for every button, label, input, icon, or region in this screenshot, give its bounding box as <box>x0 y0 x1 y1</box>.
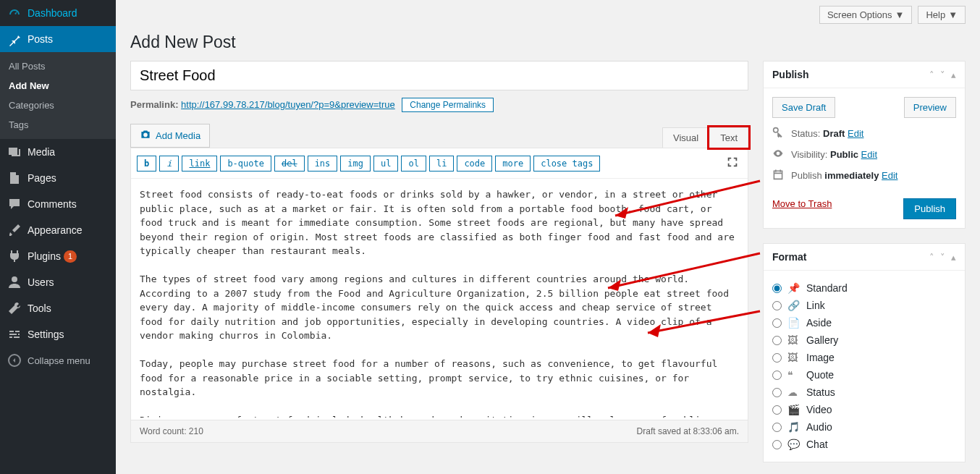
format-label: Link <box>806 300 825 311</box>
visibility-label: Visibility: <box>791 149 827 160</box>
submenu-tags[interactable]: Tags <box>0 115 116 135</box>
format-radio[interactable] <box>772 388 782 397</box>
format-gallery[interactable]: 🖼Gallery <box>772 331 956 349</box>
publish-date-label: Publish <box>791 170 822 181</box>
key-icon <box>772 127 785 140</box>
tab-text[interactable]: Text <box>709 127 748 148</box>
sidebar-item-posts[interactable]: Posts <box>0 26 116 52</box>
tb-ul[interactable]: ul <box>373 156 398 172</box>
format-label: Chat <box>806 439 828 450</box>
screen-options-label: Screen Options <box>827 9 892 20</box>
format-aside[interactable]: 📄Aside <box>772 314 956 331</box>
sidebar-item-media[interactable]: Media <box>0 139 116 165</box>
move-trash-link[interactable]: Move to Trash <box>772 198 832 219</box>
plugins-badge: 1 <box>64 250 77 263</box>
change-permalinks-button[interactable]: Change Permalinks <box>402 98 494 112</box>
tb-ol[interactable]: ol <box>401 156 426 172</box>
tb-del[interactable]: del <box>274 156 305 172</box>
sidebar-item-tools[interactable]: Tools <box>0 295 116 321</box>
tb-italic[interactable]: i <box>159 156 179 172</box>
format-video[interactable]: 🎬Video <box>772 401 956 418</box>
visibility-edit-link[interactable]: Edit <box>861 149 877 160</box>
panel-down-icon[interactable]: ˅ <box>940 69 945 80</box>
tb-more[interactable]: more <box>495 156 531 172</box>
panel-toggle-icon[interactable]: ▴ <box>951 252 956 263</box>
pin-icon <box>7 32 22 46</box>
post-title-input[interactable] <box>130 61 748 90</box>
format-radio[interactable] <box>772 301 782 310</box>
format-label: Image <box>806 352 835 363</box>
sidebar-item-appearance[interactable]: Appearance <box>0 217 116 243</box>
panel-toggle-icon[interactable]: ▴ <box>951 69 956 80</box>
format-audio[interactable]: 🎵Audio <box>772 418 956 436</box>
collapse-menu[interactable]: Collapse menu <box>0 347 116 373</box>
image-icon: 🖼 <box>787 352 801 363</box>
tb-code[interactable]: code <box>457 156 492 172</box>
format-radio[interactable] <box>772 284 782 293</box>
screen-options-button[interactable]: Screen Options ▼ <box>819 6 912 24</box>
status-edit-link[interactable]: Edit <box>848 128 863 139</box>
panel-down-icon[interactable]: ˅ <box>940 252 945 263</box>
comment-icon <box>7 197 22 211</box>
format-radio[interactable] <box>772 405 782 415</box>
format-image[interactable]: 🖼Image <box>772 349 956 366</box>
tb-li[interactable]: li <box>429 156 454 172</box>
permalink-url[interactable]: http://167.99.78.217/blog/tuyen/?p=9&pre… <box>181 99 395 110</box>
camera-icon <box>140 129 151 143</box>
fullscreen-button[interactable] <box>723 153 742 174</box>
submenu-categories[interactable]: Categories <box>0 96 116 115</box>
plug-icon <box>7 249 22 263</box>
format-radio[interactable] <box>772 440 782 449</box>
tb-bquote[interactable]: b-quote <box>220 156 271 172</box>
format-radio[interactable] <box>772 371 782 380</box>
tb-img[interactable]: img <box>340 156 371 172</box>
publish-date-edit-link[interactable]: Edit <box>882 170 897 181</box>
format-radio[interactable] <box>772 353 782 363</box>
sidebar-item-pages[interactable]: Pages <box>0 165 116 191</box>
format-quote[interactable]: ❝Quote <box>772 366 956 384</box>
submenu-add-new[interactable]: Add New <box>0 76 116 96</box>
panel-up-icon[interactable]: ˄ <box>929 252 934 263</box>
format-link[interactable]: 🔗Link <box>772 297 956 314</box>
editor-status-bar: Word count: 210 Draft saved at 8:33:06 a… <box>131 420 748 442</box>
sidebar-label: Media <box>28 146 55 158</box>
format-panel-title: Format <box>772 251 806 263</box>
help-button[interactable]: Help ▼ <box>918 6 966 24</box>
format-radio[interactable] <box>772 318 782 328</box>
editor-tabs: Visual Text <box>662 127 748 148</box>
svg-point-0 <box>12 276 17 282</box>
save-draft-button[interactable]: Save Draft <box>772 97 835 118</box>
submenu-all-posts[interactable]: All Posts <box>0 56 116 76</box>
sidebar-item-users[interactable]: Users <box>0 269 116 295</box>
sidebar-item-plugins[interactable]: Plugins 1 <box>0 243 116 269</box>
tb-link[interactable]: link <box>182 156 217 172</box>
word-count-label: Word count: <box>140 426 186 436</box>
status-label: Status: <box>791 128 820 139</box>
tb-ins[interactable]: ins <box>308 156 338 172</box>
format-radio[interactable] <box>772 336 782 345</box>
link-icon: 🔗 <box>787 300 801 311</box>
sidebar-item-settings[interactable]: Settings <box>0 321 116 347</box>
permalink-label: Permalink: <box>130 99 178 110</box>
draft-saved-text: Draft saved at 8:33:06 am. <box>637 426 739 436</box>
tb-closetags[interactable]: close tags <box>533 156 600 172</box>
format-chat[interactable]: 💬Chat <box>772 436 956 453</box>
content-textarea[interactable] <box>131 179 748 418</box>
format-radio[interactable] <box>772 423 782 432</box>
publish-button[interactable]: Publish <box>903 198 956 219</box>
panel-up-icon[interactable]: ˄ <box>929 69 934 80</box>
chevron-down-icon: ▼ <box>895 9 905 20</box>
sidebar-item-comments[interactable]: Comments <box>0 191 116 217</box>
format-panel: Format ˄ ˅ ▴ 📌Standard 🔗Link 📄Aside 🖼Gal… <box>763 243 966 462</box>
sidebar-label: Comments <box>28 198 77 210</box>
format-standard[interactable]: 📌Standard <box>772 279 956 297</box>
tb-bold[interactable]: b <box>137 156 156 172</box>
preview-button[interactable]: Preview <box>904 97 956 118</box>
format-status[interactable]: ☁Status <box>772 384 956 401</box>
add-media-button[interactable]: Add Media <box>130 124 210 148</box>
tab-visual[interactable]: Visual <box>662 127 709 148</box>
sliders-icon <box>7 327 22 342</box>
sidebar-item-dashboard[interactable]: Dashboard <box>0 0 116 26</box>
format-label: Standard <box>806 282 848 294</box>
status-row: Status: Draft Edit <box>772 127 956 140</box>
